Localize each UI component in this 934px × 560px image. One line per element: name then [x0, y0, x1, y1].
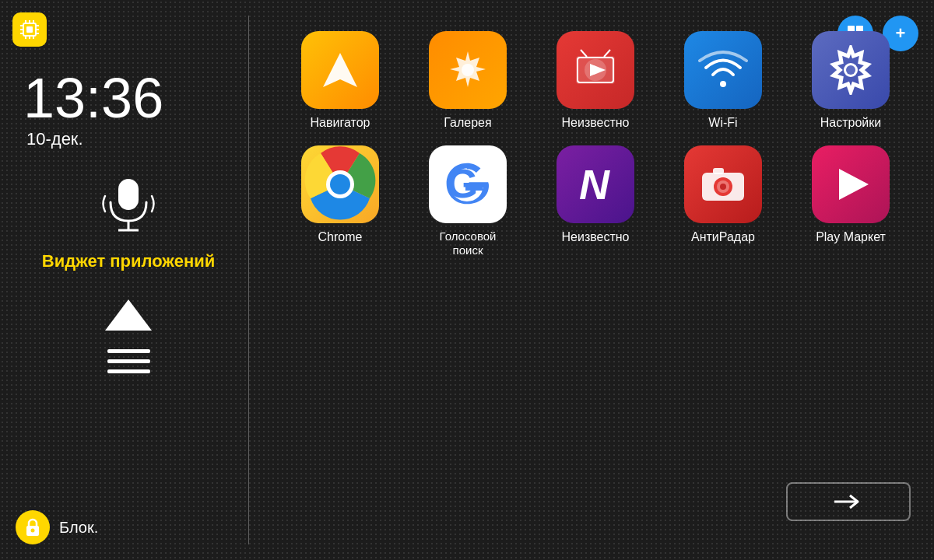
svg-marker-21: [105, 299, 152, 331]
clock-time: 13:36: [23, 70, 234, 126]
app-google[interactable]: G Голосовой поиск: [408, 145, 528, 257]
app-gallery-label: Галерея: [444, 115, 491, 130]
app-wifi-label: Wi-Fi: [708, 115, 737, 130]
app-navigator[interactable]: Навигатор: [280, 31, 400, 130]
widget-label: Виджет приложений: [23, 250, 234, 273]
app-wifi[interactable]: Wi-Fi: [663, 31, 783, 130]
app-antiradar[interactable]: АнтиРадар: [663, 145, 783, 257]
clock-date: 10-дек.: [26, 129, 234, 149]
left-panel: 13:36 10-дек. Виджет приложений: [0, 0, 249, 560]
app-navigator-label: Навигатор: [311, 115, 370, 130]
svg-text:N: N: [579, 161, 610, 208]
add-icon: +: [896, 23, 906, 44]
svg-rect-39: [465, 184, 483, 191]
svg-rect-44: [713, 168, 724, 174]
app-settings-label: Настройки: [820, 115, 881, 130]
menu-icon[interactable]: [23, 349, 234, 373]
lock-label: Блок.: [59, 519, 98, 537]
app-unknown1[interactable]: Неизвестно: [535, 31, 655, 130]
app-play-label: Play Маркет: [816, 229, 886, 244]
app-unknown2[interactable]: N Неизвестно: [535, 145, 655, 257]
arrow-button[interactable]: [786, 482, 911, 521]
svg-point-32: [720, 81, 726, 87]
svg-rect-18: [118, 179, 139, 210]
wifi-indicator: [23, 296, 234, 334]
menu-line: [107, 359, 150, 363]
svg-point-37: [330, 174, 350, 194]
svg-marker-24: [323, 53, 357, 87]
svg-marker-46: [839, 169, 869, 200]
app-chrome[interactable]: Chrome: [280, 145, 400, 257]
app-play[interactable]: Play Маркет: [791, 145, 911, 257]
app-gallery[interactable]: Галерея: [408, 31, 528, 130]
svg-point-23: [31, 529, 35, 533]
menu-line: [107, 369, 150, 373]
svg-line-29: [581, 50, 587, 57]
svg-point-45: [720, 184, 726, 190]
app-unknown2-label: Неизвестно: [561, 229, 629, 244]
app-grid: Навигатор Галерея: [280, 23, 911, 257]
mic-area[interactable]: [23, 173, 234, 235]
lock-button[interactable]: [16, 510, 50, 544]
svg-line-30: [604, 50, 610, 57]
app-chrome-label: Chrome: [318, 229, 363, 244]
svg-point-34: [846, 65, 855, 75]
app-unknown1-label: Неизвестно: [561, 115, 629, 130]
menu-line: [107, 349, 150, 353]
bottom-left: Блок.: [16, 510, 98, 544]
app-antiradar-label: АнтиРадар: [691, 229, 755, 244]
right-panel: Навигатор Галерея: [249, 0, 934, 560]
app-google-label: Голосовой поиск: [440, 229, 497, 257]
